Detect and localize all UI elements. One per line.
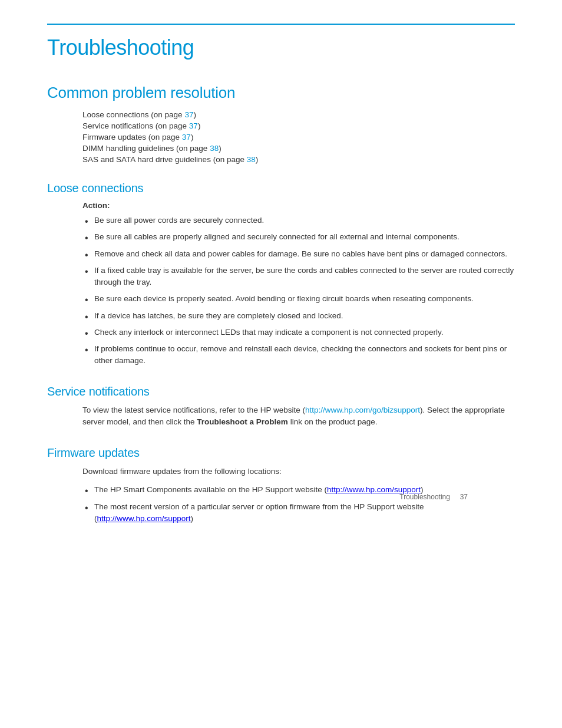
section-common-problem: Common problem resolution Loose connecti… — [47, 84, 515, 164]
toc-item-loose: Loose connections (on page 37) — [82, 110, 515, 119]
list-item: Be sure all cables are properly aligned … — [82, 231, 515, 243]
section-common-problem-title: Common problem resolution — [47, 84, 515, 102]
toc-item-sas: SAS and SATA hard drive guidelines (on p… — [82, 155, 515, 164]
hp-support-link-2[interactable]: http://www.hp.com/support — [97, 514, 191, 523]
list-item: Remove and check all data and power cabl… — [82, 248, 515, 260]
service-body: To view the latest service notifications… — [47, 404, 515, 429]
page-title: Troubleshooting — [47, 35, 515, 60]
toc-list: Loose connections (on page 37) Service n… — [47, 110, 515, 164]
list-item: If a fixed cable tray is available for t… — [82, 265, 515, 289]
section-loose-title: Loose connections — [47, 182, 515, 195]
section-loose-connections: Loose connections Action: Be sure all po… — [47, 182, 515, 367]
list-item: The most recent version of a particular … — [82, 501, 515, 525]
toc-link-dimm[interactable]: 38 — [210, 144, 219, 153]
toc-link-service[interactable]: 37 — [189, 121, 198, 130]
list-item: If a device has latches, be sure they ar… — [82, 310, 515, 322]
toc-link-firmware[interactable]: 37 — [182, 133, 191, 141]
bizsupport-link[interactable]: http://www.hp.com/go/bizsupport — [305, 406, 420, 414]
toc-item-service: Service notifications (on page 37) — [82, 121, 515, 130]
footer-page-number: 37 — [460, 493, 468, 501]
footer-section-label: Troubleshooting — [399, 493, 450, 501]
list-item: Check any interlock or interconnect LEDs… — [82, 327, 515, 338]
header-rule — [47, 24, 515, 25]
section-firmware-title: Firmware updates — [47, 446, 515, 460]
firmware-list: The HP Smart Components available on the… — [47, 484, 515, 525]
section-firmware-updates: Firmware updates Download firmware updat… — [47, 446, 515, 525]
toc-item-firmware: Firmware updates (on page 37) — [82, 133, 515, 141]
list-item: If problems continue to occur, remove an… — [82, 343, 515, 367]
toc-link-loose[interactable]: 37 — [184, 110, 193, 119]
section-service-notifications: Service notifications To view the latest… — [47, 385, 515, 429]
list-item: Be sure each device is properly seated. … — [82, 293, 515, 305]
toc-link-sas[interactable]: 38 — [247, 155, 256, 164]
firmware-intro: Download firmware updates from the follo… — [47, 466, 515, 478]
footer-spacer — [452, 493, 458, 501]
action-label: Action: — [47, 201, 515, 210]
list-item: Be sure all power cords are securely con… — [82, 215, 515, 226]
loose-connections-list: Be sure all power cords are securely con… — [47, 215, 515, 367]
page-content: Troubleshooting Common problem resolutio… — [47, 24, 515, 525]
page-footer: Troubleshooting 37 — [399, 493, 468, 501]
toc-item-dimm: DIMM handling guidelines (on page 38) — [82, 144, 515, 153]
section-service-title: Service notifications — [47, 385, 515, 398]
